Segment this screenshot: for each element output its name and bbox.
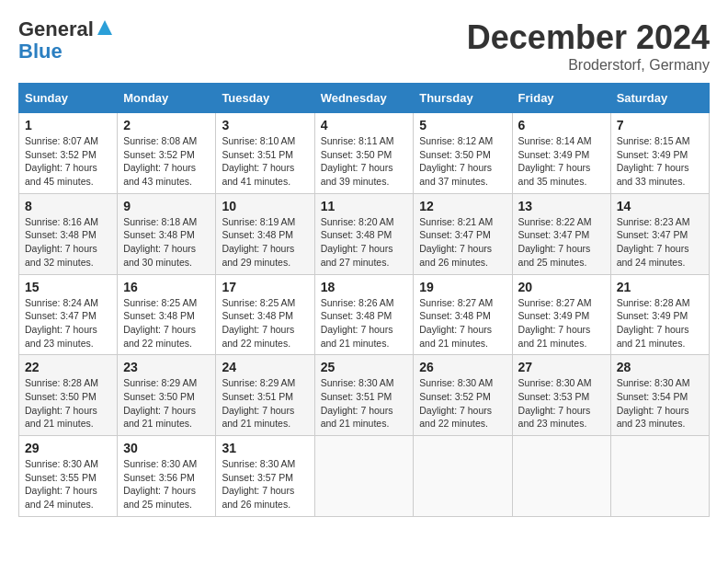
day-number: 12 <box>419 199 506 213</box>
calendar-cell: 14Sunrise: 8:23 AMSunset: 3:47 PMDayligh… <box>610 193 709 274</box>
day-number: 6 <box>518 118 605 132</box>
day-number: 25 <box>321 360 408 374</box>
calendar-cell: 22Sunrise: 8:28 AMSunset: 3:50 PMDayligh… <box>19 355 118 436</box>
day-number: 10 <box>222 199 308 213</box>
day-number: 29 <box>25 441 111 455</box>
calendar-week-row: 1Sunrise: 8:07 AMSunset: 3:52 PMDaylight… <box>19 113 710 194</box>
day-number: 31 <box>222 441 308 455</box>
day-header-wednesday: Wednesday <box>314 84 414 113</box>
calendar-cell: 30Sunrise: 8:30 AMSunset: 3:56 PMDayligh… <box>118 436 216 517</box>
calendar-week-row: 29Sunrise: 8:30 AMSunset: 3:55 PMDayligh… <box>19 436 710 517</box>
calendar-cell: 7Sunrise: 8:15 AMSunset: 3:49 PMDaylight… <box>610 113 709 194</box>
calendar-cell: 8Sunrise: 8:16 AMSunset: 3:48 PMDaylight… <box>19 193 118 274</box>
calendar-cell: 27Sunrise: 8:30 AMSunset: 3:53 PMDayligh… <box>512 355 610 436</box>
logo-text-blue: Blue <box>18 40 114 63</box>
day-number: 1 <box>25 118 111 132</box>
location-subtitle: Broderstorf, Germany <box>467 57 710 74</box>
day-number: 4 <box>321 118 408 132</box>
day-info: Sunrise: 8:08 AMSunset: 3:52 PMDaylight:… <box>123 134 210 189</box>
calendar-cell: 19Sunrise: 8:27 AMSunset: 3:48 PMDayligh… <box>414 274 512 355</box>
day-info: Sunrise: 8:30 AMSunset: 3:55 PMDaylight:… <box>25 457 111 511</box>
calendar-cell: 24Sunrise: 8:29 AMSunset: 3:51 PMDayligh… <box>216 355 314 436</box>
svg-marker-0 <box>97 20 112 35</box>
calendar-cell <box>314 436 414 517</box>
day-number: 14 <box>617 199 703 213</box>
calendar-cell: 6Sunrise: 8:14 AMSunset: 3:49 PMDaylight… <box>512 113 610 194</box>
day-header-tuesday: Tuesday <box>216 84 314 113</box>
page-header: General Blue December 2024 Broderstorf, … <box>18 18 710 74</box>
day-info: Sunrise: 8:15 AMSunset: 3:49 PMDaylight:… <box>617 134 703 189</box>
day-info: Sunrise: 8:27 AMSunset: 3:48 PMDaylight:… <box>419 296 506 350</box>
day-info: Sunrise: 8:30 AMSunset: 3:52 PMDaylight:… <box>419 376 506 431</box>
calendar-cell <box>610 436 709 517</box>
day-number: 7 <box>617 118 703 132</box>
calendar-week-row: 22Sunrise: 8:28 AMSunset: 3:50 PMDayligh… <box>19 355 710 436</box>
day-number: 22 <box>25 360 111 374</box>
day-number: 17 <box>222 280 308 294</box>
day-info: Sunrise: 8:21 AMSunset: 3:47 PMDaylight:… <box>419 215 506 270</box>
day-info: Sunrise: 8:20 AMSunset: 3:48 PMDaylight:… <box>321 215 408 270</box>
day-number: 16 <box>123 280 210 294</box>
day-number: 30 <box>123 441 210 455</box>
day-info: Sunrise: 8:19 AMSunset: 3:48 PMDaylight:… <box>222 215 308 270</box>
day-number: 21 <box>617 280 703 294</box>
day-number: 19 <box>419 280 506 294</box>
calendar-cell: 23Sunrise: 8:29 AMSunset: 3:50 PMDayligh… <box>118 355 216 436</box>
logo-arrow-icon <box>96 18 114 37</box>
calendar-cell: 1Sunrise: 8:07 AMSunset: 3:52 PMDaylight… <box>19 113 118 194</box>
day-info: Sunrise: 8:25 AMSunset: 3:48 PMDaylight:… <box>123 296 210 350</box>
calendar-cell <box>414 436 512 517</box>
day-number: 18 <box>321 280 408 294</box>
day-number: 13 <box>518 199 605 213</box>
calendar-cell: 17Sunrise: 8:25 AMSunset: 3:48 PMDayligh… <box>216 274 314 355</box>
calendar-cell: 3Sunrise: 8:10 AMSunset: 3:51 PMDaylight… <box>216 113 314 194</box>
calendar-cell: 25Sunrise: 8:30 AMSunset: 3:51 PMDayligh… <box>314 355 414 436</box>
calendar-cell: 15Sunrise: 8:24 AMSunset: 3:47 PMDayligh… <box>19 274 118 355</box>
day-info: Sunrise: 8:30 AMSunset: 3:53 PMDaylight:… <box>518 376 605 431</box>
day-info: Sunrise: 8:30 AMSunset: 3:51 PMDaylight:… <box>321 376 408 431</box>
day-info: Sunrise: 8:30 AMSunset: 3:56 PMDaylight:… <box>123 457 210 511</box>
day-info: Sunrise: 8:22 AMSunset: 3:47 PMDaylight:… <box>518 215 605 270</box>
day-number: 28 <box>617 360 703 374</box>
day-number: 15 <box>25 280 111 294</box>
calendar-cell: 9Sunrise: 8:18 AMSunset: 3:48 PMDaylight… <box>118 193 216 274</box>
day-info: Sunrise: 8:24 AMSunset: 3:47 PMDaylight:… <box>25 296 111 350</box>
calendar-cell: 20Sunrise: 8:27 AMSunset: 3:49 PMDayligh… <box>512 274 610 355</box>
calendar-week-row: 8Sunrise: 8:16 AMSunset: 3:48 PMDaylight… <box>19 193 710 274</box>
day-info: Sunrise: 8:28 AMSunset: 3:49 PMDaylight:… <box>617 296 703 350</box>
calendar-cell: 13Sunrise: 8:22 AMSunset: 3:47 PMDayligh… <box>512 193 610 274</box>
calendar-cell: 5Sunrise: 8:12 AMSunset: 3:50 PMDaylight… <box>414 113 512 194</box>
day-number: 2 <box>123 118 210 132</box>
day-number: 24 <box>222 360 308 374</box>
day-info: Sunrise: 8:10 AMSunset: 3:51 PMDaylight:… <box>222 134 308 189</box>
day-info: Sunrise: 8:28 AMSunset: 3:50 PMDaylight:… <box>25 376 111 431</box>
day-info: Sunrise: 8:12 AMSunset: 3:50 PMDaylight:… <box>419 134 506 189</box>
day-info: Sunrise: 8:30 AMSunset: 3:57 PMDaylight:… <box>222 457 308 511</box>
day-info: Sunrise: 8:07 AMSunset: 3:52 PMDaylight:… <box>25 134 111 189</box>
day-info: Sunrise: 8:11 AMSunset: 3:50 PMDaylight:… <box>321 134 408 189</box>
day-info: Sunrise: 8:27 AMSunset: 3:49 PMDaylight:… <box>518 296 605 350</box>
day-header-friday: Friday <box>512 84 610 113</box>
day-header-sunday: Sunday <box>19 84 118 113</box>
calendar-header-row: SundayMondayTuesdayWednesdayThursdayFrid… <box>19 84 710 113</box>
calendar-cell: 11Sunrise: 8:20 AMSunset: 3:48 PMDayligh… <box>314 193 414 274</box>
day-info: Sunrise: 8:26 AMSunset: 3:48 PMDaylight:… <box>321 296 408 350</box>
calendar-cell: 26Sunrise: 8:30 AMSunset: 3:52 PMDayligh… <box>414 355 512 436</box>
day-number: 11 <box>321 199 408 213</box>
day-number: 5 <box>419 118 506 132</box>
day-info: Sunrise: 8:16 AMSunset: 3:48 PMDaylight:… <box>25 215 111 270</box>
calendar-table: SundayMondayTuesdayWednesdayThursdayFrid… <box>18 83 710 517</box>
day-info: Sunrise: 8:29 AMSunset: 3:51 PMDaylight:… <box>222 376 308 431</box>
month-title: December 2024 <box>467 18 710 57</box>
calendar-cell: 28Sunrise: 8:30 AMSunset: 3:54 PMDayligh… <box>610 355 709 436</box>
day-info: Sunrise: 8:14 AMSunset: 3:49 PMDaylight:… <box>518 134 605 189</box>
day-number: 27 <box>518 360 605 374</box>
day-number: 3 <box>222 118 308 132</box>
calendar-cell: 29Sunrise: 8:30 AMSunset: 3:55 PMDayligh… <box>19 436 118 517</box>
day-info: Sunrise: 8:30 AMSunset: 3:54 PMDaylight:… <box>617 376 703 431</box>
day-number: 9 <box>123 199 210 213</box>
day-info: Sunrise: 8:18 AMSunset: 3:48 PMDaylight:… <box>123 215 210 270</box>
calendar-cell <box>512 436 610 517</box>
title-section: December 2024 Broderstorf, Germany <box>467 18 710 74</box>
day-info: Sunrise: 8:23 AMSunset: 3:47 PMDaylight:… <box>617 215 703 270</box>
